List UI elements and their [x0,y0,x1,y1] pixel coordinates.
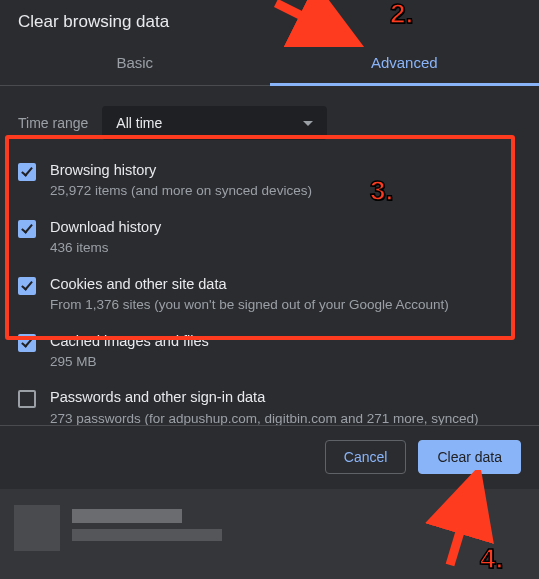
email-blur [72,529,222,541]
checkbox-passwords[interactable] [18,390,36,408]
clear-browsing-data-dialog: Clear browsing data Basic Advanced Time … [0,0,539,579]
tab-basic[interactable]: Basic [0,42,270,85]
option-title: Cookies and other site data [50,274,521,294]
checkbox-download-history[interactable] [18,220,36,238]
option-download-history[interactable]: Download history 436 items [10,209,529,266]
option-title: Passwords and other sign-in data [50,387,521,407]
time-range-value: All time [116,115,162,131]
checkbox-browsing-history[interactable] [18,163,36,181]
tab-advanced[interactable]: Advanced [270,42,540,86]
dialog-title: Clear browsing data [0,0,539,36]
checkbox-cookies[interactable] [18,277,36,295]
option-title: Download history [50,217,521,237]
option-title: Browsing history [50,160,521,180]
time-range-row: Time range All time [0,86,539,152]
checkbox-cached[interactable] [18,334,36,352]
option-sub: From 1,376 sites (you won't be signed ou… [50,295,521,315]
cancel-button[interactable]: Cancel [325,440,407,474]
name-blur [72,509,182,523]
time-range-label: Time range [18,115,88,131]
option-sub: 25,972 items (and more on synced devices… [50,181,521,201]
avatar-blur [14,505,60,551]
option-sub: 436 items [50,238,521,258]
option-cached[interactable]: Cached images and files 295 MB [10,323,529,380]
option-browsing-history[interactable]: Browsing history 25,972 items (and more … [10,152,529,209]
account-strip [0,489,539,579]
option-sub: 295 MB [50,352,521,372]
clear-data-button[interactable]: Clear data [418,440,521,474]
dialog-footer: Cancel Clear data [0,425,539,488]
chevron-down-icon [303,121,313,126]
tabs: Basic Advanced [0,42,539,86]
time-range-select[interactable]: All time [102,106,327,140]
option-cookies[interactable]: Cookies and other site data From 1,376 s… [10,266,529,323]
option-title: Cached images and files [50,331,521,351]
